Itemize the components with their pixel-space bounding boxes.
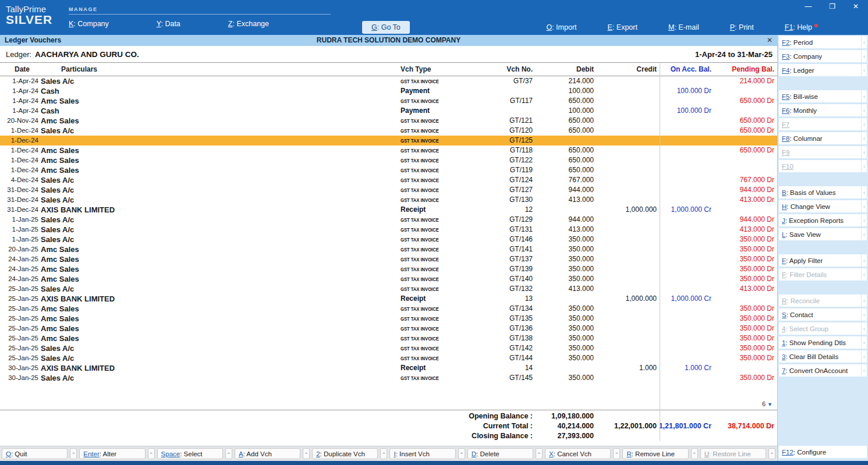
table-row[interactable]: 25-Jan-25Sales A/cGST TAX INVOICEGT/1324… (0, 284, 777, 294)
topbar-item-exchange[interactable]: Z: Exchange (228, 20, 269, 28)
table-row[interactable]: 31-Dec-24Sales A/cGST TAX INVOICEGT/1304… (0, 195, 777, 205)
expand-caret-button[interactable]: ^ (768, 448, 775, 459)
expand-left-icon[interactable]: ‹ (862, 36, 867, 48)
expand-left-icon[interactable]: ‹ (862, 214, 867, 226)
scroll-down-icon[interactable]: ▼ (767, 402, 773, 407)
sidebar-item-apply-filter[interactable]: F: Apply Filter‹ (779, 254, 867, 267)
bottombar-button-alter[interactable]: Enter: Alter (79, 448, 145, 459)
table-row[interactable]: 1-Dec-24Amc SalesGST TAX INVOICEGT/11865… (0, 145, 777, 155)
table-row[interactable]: 25-Jan-25Sales A/cGST TAX INVOICEGT/1423… (0, 343, 777, 353)
expand-left-icon[interactable]: ‹ (862, 364, 867, 377)
expand-left-icon[interactable]: ‹ (862, 186, 867, 198)
expand-caret-button[interactable]: ^ (225, 448, 232, 459)
topbar-item-export[interactable]: E: Export (608, 23, 637, 31)
table-row[interactable]: 25-Jan-25Amc SalesGST TAX INVOICEGT/1353… (0, 314, 777, 324)
expand-caret-button[interactable]: ^ (303, 448, 310, 459)
table-row[interactable]: 24-Jan-25Amc SalesGST TAX INVOICEGT/1403… (0, 274, 777, 284)
table-row[interactable]: 25-Jan-25AXIS BANK LIMITEDReceipt131,000… (0, 294, 777, 304)
table-row[interactable]: 1-Dec-24Sales A/cGST TAX INVOICEGT/12065… (0, 126, 777, 136)
bottombar-button-quit[interactable]: Q: Quit (2, 448, 68, 459)
sidebar-item-period[interactable]: F2: Period‹ (779, 36, 867, 48)
table-row[interactable]: 25-Jan-25Amc SalesGST TAX INVOICEGT/1383… (0, 333, 777, 343)
close-icon[interactable]: ✕ (853, 2, 859, 10)
table-row[interactable]: 4-Dec-24Sales A/cGST TAX INVOICEGT/12476… (0, 175, 777, 185)
bottombar-button-insert-vch[interactable]: I: Insert Vch (389, 448, 455, 459)
expand-caret-button[interactable]: ^ (380, 448, 387, 459)
expand-left-icon[interactable]: ‹ (862, 336, 867, 349)
sidebar-item-clear-bill-details[interactable]: 3: Clear Bill Details‹ (779, 350, 867, 363)
table-row[interactable]: 24-Jan-25Amc SalesGST TAX INVOICEGT/1393… (0, 264, 777, 274)
bottombar-button-select[interactable]: Space: Select (157, 448, 223, 459)
topbar-item-import[interactable]: O: Import (546, 23, 576, 31)
sidebar-item-convert-onaccount[interactable]: 7: Convert OnAccount‹ (779, 364, 867, 377)
sidebar-item-contact[interactable]: S: Contact‹ (779, 308, 867, 321)
sidebar-item-save-view[interactable]: L: Save View‹ (779, 228, 867, 240)
table-row[interactable]: 1-Jan-25Sales A/cGST TAX INVOICEGT/14635… (0, 235, 777, 244)
vch-no-cell: GT/119 (466, 165, 533, 175)
table-row[interactable]: 1-Apr-24CashPayment100.000100.000 Dr (0, 86, 777, 96)
table-row[interactable]: 20-Nov-24Amc SalesGST TAX INVOICEGT/1216… (0, 116, 777, 126)
table-row[interactable]: 30-Jan-25Sales A/cGST TAX INVOICEGT/1453… (0, 373, 777, 383)
bottombar-button-delete[interactable]: D: Delete (467, 448, 533, 459)
table-row[interactable]: 1-Dec-24Amc SalesGST TAX INVOICEGT/12265… (0, 155, 777, 165)
expand-caret-button[interactable]: ^ (536, 448, 543, 459)
credit-cell (594, 274, 657, 284)
table-row[interactable]: 31-Dec-24AXIS BANK LIMITEDReceipt121,000… (0, 205, 777, 215)
table-row[interactable]: 30-Jan-25AXIS BANK LIMITEDReceipt141.000… (0, 363, 777, 373)
expand-caret-button[interactable]: ^ (148, 448, 155, 459)
more-rows-indicator[interactable]: 6▼ (0, 399, 777, 410)
expand-left-icon[interactable]: ‹ (862, 50, 867, 62)
table-row[interactable]: 25-Jan-25Sales A/cGST TAX INVOICEGT/1443… (0, 353, 777, 363)
goto-button[interactable]: G: Go To (362, 21, 410, 34)
table-row[interactable]: 25-Jan-25Amc SalesGST TAX INVOICEGT/1343… (0, 304, 777, 314)
sidebar-item-configure[interactable]: F12: Configure (779, 446, 867, 458)
table-row[interactable]: 1-Apr-24Sales A/cGST TAX INVOICEGT/37214… (0, 76, 777, 86)
sidebar-item-monthly[interactable]: F6: Monthly‹ (779, 104, 867, 116)
expand-left-icon[interactable]: ‹ (862, 350, 867, 363)
sidebar-item-show-pending-dtls[interactable]: 1: Show Pending Dtls‹ (779, 336, 867, 349)
topbar-item-data[interactable]: Y: Data (157, 20, 180, 28)
expand-caret-button[interactable]: ^ (613, 448, 620, 459)
expand-left-icon[interactable]: ‹ (862, 308, 867, 321)
bottombar-button-add-vch[interactable]: A: Add Vch (235, 448, 300, 459)
expand-left-icon[interactable]: ‹ (862, 104, 867, 116)
topbar-item-company[interactable]: K: Company (69, 20, 109, 28)
topbar-item-help[interactable]: F1: Help (785, 23, 818, 31)
expand-left-icon[interactable]: ‹ (862, 64, 867, 76)
sidebar-item-company[interactable]: F3: Company‹ (779, 50, 867, 62)
topbar-item-print[interactable]: P: Print (730, 23, 754, 31)
topbar-item-e-mail[interactable]: M: E-mail (668, 23, 699, 31)
sidebar-item-change-view[interactable]: H: Change View‹ (779, 200, 867, 212)
expand-left-icon[interactable]: ‹ (862, 200, 867, 212)
table-row[interactable]: 1-Dec-24GST TAX INVOICEGT/125 (0, 136, 777, 145)
sidebar-item-exception-reports[interactable]: J: Exception Reports‹ (779, 214, 867, 226)
expand-left-icon[interactable]: ‹ (862, 254, 867, 267)
report-period[interactable]: 1-Apr-24 to 31-Mar-25 (695, 50, 773, 59)
expand-caret-button[interactable]: ^ (458, 448, 465, 459)
credit-cell (594, 76, 657, 86)
sidebar-item-bill-wise[interactable]: F5: Bill-wise‹ (779, 90, 867, 102)
table-row[interactable]: 25-Jan-25Amc SalesGST TAX INVOICEGT/1363… (0, 324, 777, 333)
minimize-icon[interactable]: — (805, 2, 812, 10)
table-row[interactable]: 20-Jan-25Amc SalesGST TAX INVOICEGT/1413… (0, 244, 777, 254)
sidebar-item-ledger[interactable]: F4: Ledger‹ (779, 64, 867, 76)
table-row[interactable]: 24-Jan-25Amc SalesGST TAX INVOICEGT/1373… (0, 254, 777, 264)
bottombar-button-cancel-vch[interactable]: X: Cancel Vch (545, 448, 611, 459)
expand-left-icon[interactable]: ‹ (862, 90, 867, 102)
table-row[interactable]: 1-Jan-25Sales A/cGST TAX INVOICEGT/12994… (0, 215, 777, 225)
sidebar-item-columnar[interactable]: F8: Columnar‹ (779, 132, 867, 144)
table-row[interactable]: 1-Apr-24CashPayment100.000100.000 Dr (0, 106, 777, 116)
report-close-icon[interactable]: ✕ (767, 35, 773, 46)
sidebar-item-basis-of-values[interactable]: B: Basis of Values‹ (779, 186, 867, 198)
expand-caret-button[interactable]: ^ (691, 448, 698, 459)
table-row[interactable]: 1-Jan-25Sales A/cGST TAX INVOICEGT/13141… (0, 225, 777, 235)
table-row[interactable]: 1-Dec-24Amc SalesGST TAX INVOICEGT/11965… (0, 165, 777, 175)
maximize-icon[interactable]: ❐ (829, 2, 835, 10)
bottombar-button-duplicate-vch[interactable]: 2: Duplicate Vch (312, 448, 378, 459)
bottombar-button-remove-line[interactable]: R: Remove Line (622, 448, 688, 459)
table-row[interactable]: 1-Apr-24Amc SalesGST TAX INVOICEGT/11765… (0, 96, 777, 106)
expand-left-icon[interactable]: ‹ (862, 132, 867, 144)
expand-caret-button[interactable]: ^ (70, 448, 77, 459)
table-row[interactable]: 31-Dec-24Sales A/cGST TAX INVOICEGT/1279… (0, 185, 777, 195)
expand-left-icon[interactable]: ‹ (862, 228, 867, 240)
